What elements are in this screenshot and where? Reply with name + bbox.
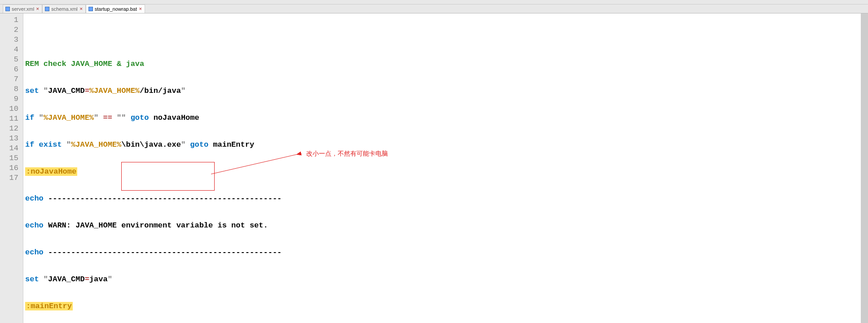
file-icon xyxy=(88,6,93,12)
code-line: set "JAVA_CMD=%JAVA_HOME%/bin/java" xyxy=(25,86,868,96)
line-number-gutter: 1 2 3 4 5 6 7 8 9 10 11 12 13 14 15 16 1… xyxy=(0,13,23,323)
code-line: echo -----------------------------------… xyxy=(25,248,868,258)
code-area[interactable]: REM check JAVA_HOME & java set "JAVA_CMD… xyxy=(23,13,868,323)
line-num: 11 xyxy=(0,114,23,124)
line-num: 16 xyxy=(0,163,23,173)
close-icon[interactable]: ✕ xyxy=(79,7,84,11)
line-num: 6 xyxy=(0,65,23,74)
editor: 1 2 3 4 5 6 7 8 9 10 11 12 13 14 15 16 1… xyxy=(0,13,868,323)
code-line: REM check JAVA_HOME & java xyxy=(25,59,868,69)
code-line xyxy=(25,32,868,42)
tab-label: startup_nowrap.bat xyxy=(95,6,137,12)
code-line: echo -----------------------------------… xyxy=(25,194,868,204)
file-icon xyxy=(5,6,10,12)
line-num: 14 xyxy=(0,144,23,153)
code-line: if "%JAVA_HOME%" == "" goto noJavaHome xyxy=(25,113,868,123)
tab-schema-xml[interactable]: schema.xml ✕ xyxy=(42,4,86,13)
line-num: 10 xyxy=(0,104,23,114)
line-num: 17 xyxy=(0,173,23,183)
annotation-text: 改小一点，不然有可能卡电脑 xyxy=(306,150,388,158)
close-icon[interactable]: ✕ xyxy=(138,7,143,11)
line-num: 12 xyxy=(0,124,23,134)
tab-startup-nowrap-bat[interactable]: startup_nowrap.bat ✕ xyxy=(86,4,145,13)
line-num: 4 xyxy=(0,45,23,55)
close-icon[interactable]: ✕ xyxy=(35,7,40,11)
line-num: 15 xyxy=(0,153,23,163)
tab-label: server.xml xyxy=(12,6,34,12)
tab-bar: server.xml ✕ schema.xml ✕ startup_nowrap… xyxy=(0,4,868,13)
line-num: 1 xyxy=(0,15,23,25)
line-num: 9 xyxy=(0,94,23,104)
toolbar-strip xyxy=(0,0,868,4)
scrollbar-thumb[interactable] xyxy=(861,13,868,323)
tab-label: schema.xml xyxy=(51,6,78,12)
line-num: 8 xyxy=(0,84,23,94)
tab-server-xml[interactable]: server.xml ✕ xyxy=(3,4,42,13)
line-num: 5 xyxy=(0,55,23,65)
line-num: 3 xyxy=(0,35,23,45)
code-line: if exist "%JAVA_HOME%\bin\java.exe" goto… xyxy=(25,140,868,150)
code-line: echo WARN: JAVA_HOME environment variabl… xyxy=(25,221,868,231)
line-num: 13 xyxy=(0,134,23,144)
line-num: 7 xyxy=(0,74,23,84)
vertical-scrollbar[interactable] xyxy=(861,13,868,323)
file-icon xyxy=(44,6,50,12)
code-line: :mainEntry xyxy=(25,301,868,311)
code-line: :noJavaHome xyxy=(25,167,868,177)
code-line: set "JAVA_CMD=java" xyxy=(25,275,868,284)
line-num: 2 xyxy=(0,25,23,35)
